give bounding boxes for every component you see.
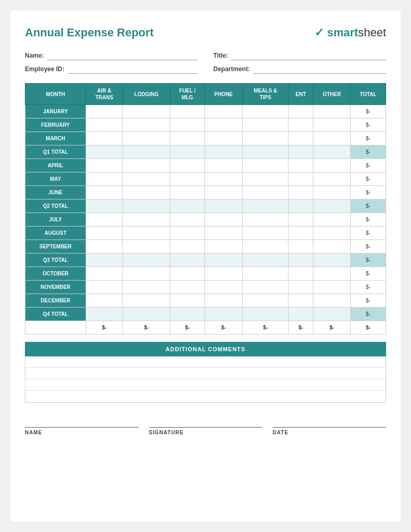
data-cell[interactable] [123,186,170,200]
data-cell[interactable] [170,254,204,267]
data-cell[interactable] [242,213,289,227]
data-cell[interactable] [242,132,289,145]
data-cell[interactable] [204,118,242,132]
data-cell[interactable] [242,308,289,321]
data-cell[interactable] [123,145,170,159]
name-input[interactable] [47,51,198,60]
data-cell[interactable] [289,308,313,321]
data-cell[interactable] [170,227,204,240]
data-cell[interactable] [123,281,170,294]
data-cell[interactable] [313,200,350,213]
data-cell[interactable] [86,159,122,172]
data-cell[interactable] [313,294,350,308]
data-cell[interactable] [204,159,242,172]
data-cell[interactable] [170,213,204,227]
data-cell[interactable] [242,159,289,172]
data-cell[interactable] [170,294,204,308]
data-cell[interactable] [313,105,350,118]
data-cell[interactable] [86,145,122,159]
data-cell[interactable] [123,118,170,132]
data-cell[interactable] [123,227,170,240]
data-cell[interactable] [204,227,242,240]
data-cell[interactable] [170,267,204,281]
data-cell[interactable] [123,200,170,213]
data-cell[interactable] [204,105,242,118]
data-cell[interactable] [86,240,122,254]
data-cell[interactable] [86,267,122,281]
data-cell[interactable] [86,308,122,321]
data-cell[interactable] [313,132,350,145]
data-cell[interactable] [289,159,313,172]
data-cell[interactable] [242,294,289,308]
data-cell[interactable] [289,200,313,213]
data-cell[interactable] [289,213,313,227]
data-cell[interactable] [313,227,350,240]
data-cell[interactable] [313,186,350,200]
data-cell[interactable] [86,172,122,186]
data-cell[interactable] [170,172,204,186]
data-cell[interactable] [123,294,170,308]
data-cell[interactable] [204,308,242,321]
data-cell[interactable] [242,240,289,254]
data-cell[interactable] [170,200,204,213]
data-cell[interactable] [242,281,289,294]
data-cell[interactable] [170,186,204,200]
data-cell[interactable] [170,132,204,145]
data-cell[interactable] [204,267,242,281]
data-cell[interactable] [289,254,313,267]
data-cell[interactable] [313,240,350,254]
data-cell[interactable] [204,254,242,267]
data-cell[interactable] [86,132,122,145]
data-cell[interactable] [123,240,170,254]
data-cell[interactable] [289,105,313,118]
data-cell[interactable] [313,281,350,294]
data-cell[interactable] [86,118,122,132]
data-cell[interactable] [204,200,242,213]
data-cell[interactable] [289,132,313,145]
data-cell[interactable] [86,294,122,308]
data-cell[interactable] [204,132,242,145]
data-cell[interactable] [289,145,313,159]
data-cell[interactable] [204,145,242,159]
data-cell[interactable] [204,213,242,227]
data-cell[interactable] [86,200,122,213]
data-cell[interactable] [313,213,350,227]
data-cell[interactable] [313,172,350,186]
data-cell[interactable] [313,159,350,172]
data-cell[interactable] [170,240,204,254]
title-input[interactable] [231,51,386,60]
data-cell[interactable] [204,240,242,254]
department-input[interactable] [253,64,386,74]
data-cell[interactable] [242,186,289,200]
data-cell[interactable] [313,254,350,267]
data-cell[interactable] [123,132,170,145]
employee-id-input[interactable] [67,64,198,74]
data-cell[interactable] [204,186,242,200]
data-cell[interactable] [313,267,350,281]
data-cell[interactable] [242,172,289,186]
data-cell[interactable] [289,118,313,132]
data-cell[interactable] [289,172,313,186]
data-cell[interactable] [86,254,122,267]
data-cell[interactable] [313,145,350,159]
data-cell[interactable] [242,118,289,132]
data-cell[interactable] [123,308,170,321]
data-cell[interactable] [170,159,204,172]
data-cell[interactable] [289,267,313,281]
data-cell[interactable] [289,240,313,254]
data-cell[interactable] [242,254,289,267]
data-cell[interactable] [86,227,122,240]
data-cell[interactable] [86,281,122,294]
data-cell[interactable] [170,118,204,132]
data-cell[interactable] [170,308,204,321]
data-cell[interactable] [86,105,122,118]
data-cell[interactable] [289,186,313,200]
data-cell[interactable] [123,172,170,186]
data-cell[interactable] [123,213,170,227]
data-cell[interactable] [289,294,313,308]
data-cell[interactable] [242,200,289,213]
data-cell[interactable] [123,105,170,118]
data-cell[interactable] [204,294,242,308]
data-cell[interactable] [170,281,204,294]
data-cell[interactable] [170,145,204,159]
